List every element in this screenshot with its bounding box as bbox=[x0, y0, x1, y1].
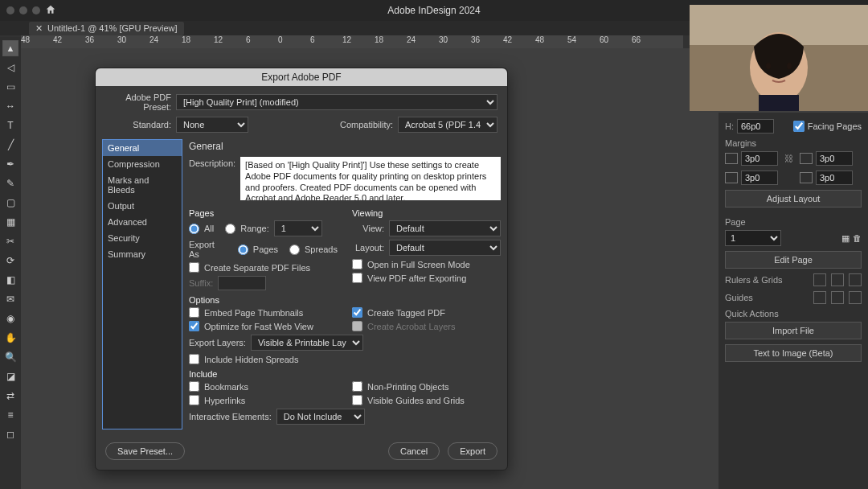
facing-check[interactable] bbox=[793, 121, 805, 132]
gap-tool[interactable]: ↔ bbox=[2, 98, 18, 114]
guide-opt2-icon[interactable] bbox=[831, 291, 844, 304]
line-tool[interactable]: ╱ bbox=[2, 137, 18, 153]
free-transform-tool[interactable]: ⟳ bbox=[2, 253, 18, 269]
standard-select[interactable]: None bbox=[176, 117, 248, 133]
height-input[interactable] bbox=[737, 119, 774, 134]
scissors-tool[interactable]: ✂ bbox=[2, 233, 18, 249]
category-compression[interactable]: Compression bbox=[103, 156, 182, 172]
frame-tool[interactable]: ▦ bbox=[2, 214, 18, 230]
preset-select[interactable]: [High Quality Print] (modified) bbox=[176, 94, 497, 110]
export-button[interactable]: Export bbox=[448, 442, 497, 460]
fastweb-check[interactable] bbox=[189, 321, 199, 331]
fill-stroke-tool[interactable]: ◪ bbox=[2, 368, 18, 384]
guide-opt1-icon[interactable] bbox=[813, 291, 826, 304]
delete-page-icon[interactable]: 🗑 bbox=[853, 233, 862, 243]
close-dot[interactable] bbox=[6, 6, 14, 14]
compat-select[interactable]: Acrobat 5 (PDF 1.4) bbox=[398, 117, 497, 133]
margin-right-input[interactable] bbox=[816, 171, 853, 185]
ruler-units-icon[interactable] bbox=[813, 273, 826, 286]
include-heading: Include bbox=[189, 369, 501, 379]
range-select[interactable]: 1 bbox=[274, 220, 322, 236]
format-tool[interactable]: ≡ bbox=[2, 407, 18, 423]
save-preset-button[interactable]: Save Preset... bbox=[105, 442, 185, 460]
link-icon[interactable]: ⛓ bbox=[784, 154, 793, 163]
properties-panel: H: Facing Pages Margins ⛓ ⛓ Adjust Layou… bbox=[719, 113, 868, 489]
category-output[interactable]: Output bbox=[103, 198, 182, 214]
page-heading: Page bbox=[725, 217, 862, 227]
export-pages-radio[interactable] bbox=[238, 244, 248, 255]
gradient-swatch-tool[interactable]: ◧ bbox=[2, 272, 18, 288]
create-separate-check[interactable] bbox=[189, 262, 199, 273]
ruler-tick: 24 bbox=[149, 35, 158, 44]
hyperlinks-check[interactable] bbox=[189, 395, 199, 405]
fullscreen-check[interactable] bbox=[352, 259, 362, 269]
direct-select-tool[interactable]: ◁ bbox=[2, 60, 18, 76]
guides-check[interactable] bbox=[352, 395, 362, 405]
app-title: Adobe InDesign 2024 bbox=[387, 5, 480, 16]
margin-left-input[interactable] bbox=[816, 151, 853, 166]
baseline-grid-icon[interactable] bbox=[849, 273, 862, 286]
select-tool[interactable]: ▲ bbox=[2, 40, 18, 56]
type-tool[interactable]: T bbox=[2, 117, 18, 134]
suffix-label: Suffix: bbox=[189, 278, 213, 288]
nonprint-check[interactable] bbox=[352, 381, 362, 392]
interactive-label: Interactive Elements: bbox=[189, 412, 272, 421]
page-tool[interactable]: ▭ bbox=[2, 79, 18, 95]
new-page-icon[interactable]: ▦ bbox=[841, 233, 850, 244]
doc-grid-icon[interactable] bbox=[831, 273, 844, 286]
adjust-layout-button[interactable]: Adjust Layout bbox=[725, 190, 862, 208]
exportlayers-select[interactable]: Visible & Printable Layers bbox=[251, 335, 363, 351]
category-security[interactable]: Security bbox=[103, 230, 182, 246]
guides-label: Visible Guides and Grids bbox=[367, 396, 465, 405]
view-select[interactable]: Default bbox=[389, 220, 501, 236]
cancel-button[interactable]: Cancel bbox=[388, 442, 440, 460]
guide-opt3-icon[interactable] bbox=[849, 291, 862, 304]
screen-tool[interactable]: ◻ bbox=[2, 426, 18, 442]
view-after-label: View PDF after Exporting bbox=[367, 273, 466, 283]
description-text[interactable]: [Based on '[High Quality Print]'] Use th… bbox=[240, 157, 501, 200]
pencil-tool[interactable]: ✎ bbox=[2, 175, 18, 191]
layout-select[interactable]: Default bbox=[389, 240, 501, 256]
document-tab[interactable]: ✕ Untitled-1 @ 41% [GPU Preview] bbox=[29, 22, 184, 35]
interactive-select[interactable]: Do Not Include bbox=[276, 409, 365, 425]
panel-heading: General bbox=[189, 141, 501, 152]
bookmarks-check[interactable] bbox=[189, 381, 199, 392]
document-tab-label: Untitled-1 @ 41% [GPU Preview] bbox=[47, 23, 178, 33]
pages-heading: Pages bbox=[189, 208, 338, 218]
max-dot[interactable] bbox=[32, 6, 40, 14]
category-advanced[interactable]: Advanced bbox=[103, 214, 182, 230]
home-icon[interactable] bbox=[45, 4, 56, 18]
min-dot[interactable] bbox=[19, 6, 27, 14]
hand-tool[interactable]: ✋ bbox=[2, 330, 18, 346]
pages-all-radio[interactable] bbox=[189, 224, 199, 234]
ruler-tick: 66 bbox=[632, 35, 641, 44]
zoom-tool[interactable]: 🔍 bbox=[2, 349, 18, 365]
swap-tool[interactable]: ⇄ bbox=[2, 388, 18, 404]
hiddenspreads-label: Include Hidden Spreads bbox=[204, 355, 298, 364]
category-summary[interactable]: Summary bbox=[103, 246, 182, 262]
note-tool[interactable]: ✉ bbox=[2, 291, 18, 307]
tagged-check[interactable] bbox=[352, 307, 362, 318]
compat-label: Compatibility: bbox=[340, 120, 393, 129]
category-general[interactable]: General bbox=[103, 140, 182, 156]
pen-tool[interactable]: ✒ bbox=[2, 156, 18, 172]
pages-range-radio[interactable] bbox=[225, 224, 235, 234]
export-as-label: Export As bbox=[189, 240, 227, 259]
rectangle-tool[interactable]: ▢ bbox=[2, 195, 18, 211]
ruler-tick: 12 bbox=[342, 35, 351, 44]
export-spreads-radio[interactable] bbox=[289, 244, 300, 255]
import-file-button[interactable]: Import File bbox=[725, 322, 862, 339]
view-after-check[interactable] bbox=[352, 273, 362, 283]
tab-close-icon[interactable]: ✕ bbox=[35, 23, 43, 34]
page-select[interactable]: 1 bbox=[725, 230, 781, 246]
ruler-tick: 42 bbox=[503, 35, 512, 44]
hiddenspreads-check[interactable] bbox=[189, 354, 199, 364]
thumbnails-check[interactable] bbox=[189, 307, 199, 318]
category-marks-and-bleeds[interactable]: Marks and Bleeds bbox=[103, 172, 182, 198]
layout-label: Layout: bbox=[352, 243, 384, 253]
text-to-image-button[interactable]: Text to Image (Beta) bbox=[725, 344, 862, 362]
eyedropper-tool[interactable]: ◉ bbox=[2, 310, 18, 327]
margin-bottom-input[interactable] bbox=[741, 171, 778, 185]
edit-page-button[interactable]: Edit Page bbox=[725, 251, 862, 269]
margin-top-input[interactable] bbox=[741, 151, 778, 166]
